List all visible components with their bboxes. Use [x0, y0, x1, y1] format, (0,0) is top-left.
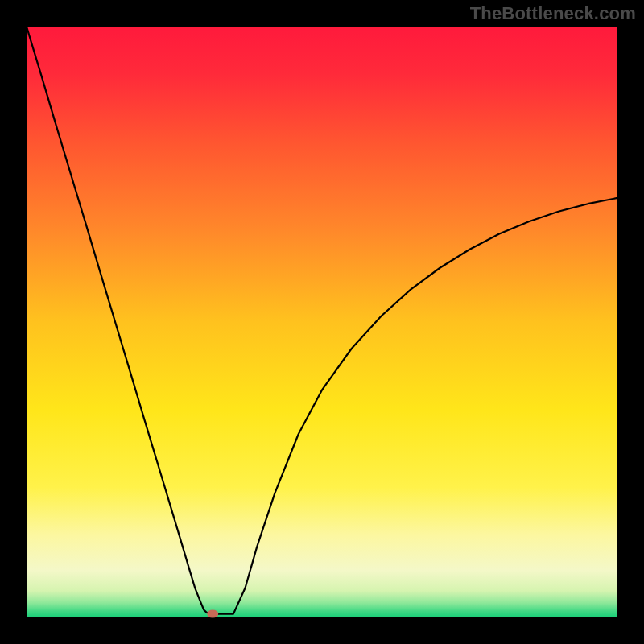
- chart-frame: TheBottleneck.com: [0, 0, 644, 644]
- bottleneck-chart: [0, 0, 644, 644]
- optimal-point-marker: [207, 610, 218, 618]
